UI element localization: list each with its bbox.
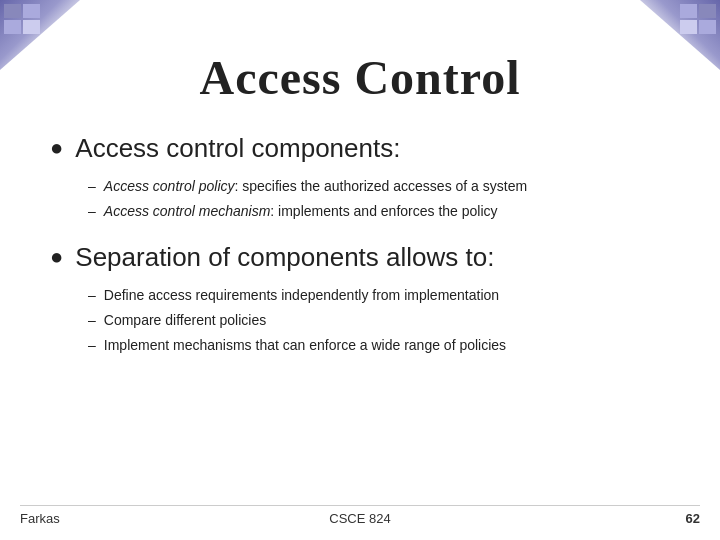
sub-bullet-1-2: – Access control mechanism: implements a…	[88, 201, 670, 222]
footer-course: CSCE 824	[329, 511, 390, 526]
sub-dash-5: –	[88, 335, 96, 356]
sub-text-2-3: Implement mechanisms that can enforce a …	[104, 335, 506, 356]
bullet-1-heading: Access control components:	[75, 133, 400, 164]
bullet-2-heading: Separation of components allows to:	[75, 242, 494, 273]
footer: Farkas CSCE 824 62	[0, 511, 720, 526]
sub-dash-2: –	[88, 201, 96, 222]
sub-bullet-1-1: – Access control policy: specifies the a…	[88, 176, 670, 197]
sub-bullets-2: – Define access requirements independent…	[88, 285, 670, 360]
sub-dash-4: –	[88, 310, 96, 331]
slide-title: Access Control	[50, 50, 670, 105]
sub-bullet-2-2: – Compare different policies	[88, 310, 670, 331]
footer-divider	[20, 505, 700, 506]
sub-text-2-2: Compare different policies	[104, 310, 266, 331]
sub-text-1-1: Access control policy: specifies the aut…	[104, 176, 527, 197]
sub-bullet-2-1: – Define access requirements independent…	[88, 285, 670, 306]
bullet-dot-1: ●	[50, 135, 63, 161]
italic-text-policy: Access control policy	[104, 178, 235, 194]
sub-text-2-1: Define access requirements independently…	[104, 285, 499, 306]
bullet-2: ● Separation of components allows to:	[50, 242, 670, 273]
footer-author: Farkas	[20, 511, 60, 526]
bullet-dot-2: ●	[50, 244, 63, 270]
sub-bullet-2-3: – Implement mechanisms that can enforce …	[88, 335, 670, 356]
sub-text-1-2: Access control mechanism: implements and…	[104, 201, 498, 222]
footer-page: 62	[686, 511, 700, 526]
sub-bullets-1: – Access control policy: specifies the a…	[88, 176, 670, 226]
italic-text-mechanism: Access control mechanism	[104, 203, 271, 219]
bullet-1: ● Access control components:	[50, 133, 670, 164]
sub-dash-3: –	[88, 285, 96, 306]
slide-content: Access Control ● Access control componen…	[0, 0, 720, 540]
sub-dash: –	[88, 176, 96, 197]
